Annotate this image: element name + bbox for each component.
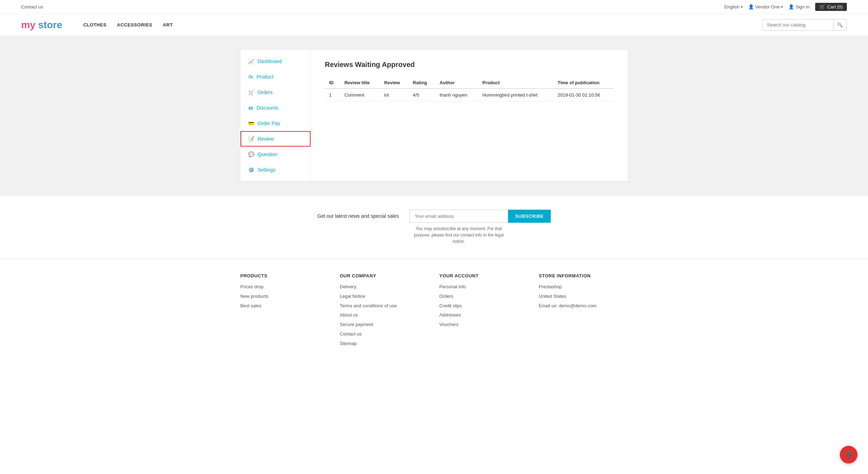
footer-company-heading: OUR COMPANY — [340, 273, 429, 278]
search-button[interactable]: 🔍 — [833, 19, 847, 30]
sign-in-link[interactable]: 👤 Sign in — [788, 4, 810, 10]
sidebar-label-question: Question — [258, 152, 277, 157]
footer-legal-notice[interactable]: Legal Notice — [340, 293, 429, 300]
footer-account-heading: YOUR ACCOUNT — [439, 273, 529, 278]
footer-store-name: Prestashop — [539, 283, 628, 291]
review-title: Reviews Waiting Approved — [325, 61, 614, 69]
table-row: 1 Comment lol 4/5 thanh nguyen Hummingbi… — [325, 88, 614, 101]
sign-in-label: Sign in — [795, 4, 810, 10]
footer-col-products: PRODUCTS Prices drop New products Best s… — [241, 273, 330, 350]
footer-col-account: YOUR ACCOUNT Personal info Orders Credit… — [439, 273, 529, 350]
col-id: ID — [325, 77, 341, 88]
footer-store-email: Email us: demo@demo.com — [539, 302, 628, 310]
question-icon: 💬 — [248, 152, 254, 157]
nav-art[interactable]: ART — [163, 22, 173, 27]
cart-button[interactable]: 🛒 Cart (0) — [815, 3, 847, 11]
footer-store-heading: STORE INFORMATION — [539, 273, 628, 278]
footer-personal-info[interactable]: Personal info — [439, 283, 529, 291]
sidebar-item-product[interactable]: 🛍 Product — [241, 69, 311, 85]
footer-prices-drop[interactable]: Prices drop — [241, 283, 330, 291]
sidebar-item-discounts[interactable]: 🎟 Discounts — [241, 100, 311, 116]
order-pay-icon: 💳 — [248, 121, 254, 126]
newsletter-form-row: SUBSCRIBE — [410, 210, 551, 223]
header-search: 🔍 — [762, 19, 847, 31]
sidebar-label-settings: Settings — [258, 167, 276, 173]
top-bar-right: English ▾ 👤 Vendor One ▾ 👤 Sign in 🛒 Car… — [724, 3, 847, 11]
footer: PRODUCTS Prices drop New products Best s… — [0, 259, 868, 364]
product-icon: 🛍 — [248, 74, 253, 80]
language-dropdown[interactable]: English ▾ — [724, 4, 743, 10]
top-bar: Contact us English ▾ 👤 Vendor One ▾ 👤 Si… — [0, 0, 868, 14]
logo-my: my — [21, 19, 35, 30]
sidebar-item-order-pay[interactable]: 💳 Order Pay — [241, 116, 311, 131]
footer-col-store: STORE INFORMATION Prestashop United Stat… — [539, 273, 628, 350]
language-label: English — [724, 4, 739, 10]
row-title: Comment — [340, 88, 380, 101]
footer-grid: PRODUCTS Prices drop New products Best s… — [241, 273, 628, 350]
footer-store-country: United States — [539, 293, 628, 300]
top-bar-left: Contact us — [21, 4, 43, 10]
orders-icon: 🛒 — [248, 90, 254, 95]
review-table: ID Review title Review Rating Author Pro… — [325, 77, 614, 101]
newsletter-inner: Get our latest news and special sales SU… — [311, 210, 557, 245]
footer-col-company: OUR COMPANY Delivery Legal Notice Terms … — [340, 273, 429, 350]
footer-best-sales[interactable]: Best sales — [241, 302, 330, 310]
sidebar-label-dashboard: Dashboard — [258, 59, 282, 64]
footer-terms[interactable]: Terms and conditions of use — [340, 302, 429, 310]
search-input[interactable] — [763, 19, 833, 30]
footer-delivery[interactable]: Delivery — [340, 283, 429, 291]
footer-secure-payment[interactable]: Secure payment — [340, 321, 429, 328]
header: my store CLOTHES ACCESSORIES ART 🔍 — [0, 14, 868, 36]
logo[interactable]: my store — [21, 19, 62, 31]
dashboard-icon: 📈 — [248, 59, 254, 64]
row-rating: 4/5 — [408, 88, 435, 101]
content-wrapper: 📈 Dashboard 🛍 Product 🛒 Orders 🎟 Discoun… — [241, 50, 628, 181]
col-product: Product — [478, 77, 554, 88]
language-chevron-icon: ▾ — [741, 5, 743, 9]
discounts-icon: 🎟 — [248, 105, 253, 111]
newsletter-label: Get our latest news and special sales — [317, 210, 399, 219]
contact-us-link[interactable]: Contact us — [21, 4, 43, 10]
vendor-dropdown[interactable]: 👤 Vendor One ▾ — [748, 4, 783, 10]
row-author: thanh nguyen — [435, 88, 478, 101]
review-table-header: ID Review title Review Rating Author Pro… — [325, 77, 614, 88]
main-content: 📈 Dashboard 🛍 Product 🛒 Orders 🎟 Discoun… — [0, 36, 868, 195]
sidebar-label-orders: Orders — [258, 90, 273, 95]
sidebar-label-order-pay: Order Pay — [258, 121, 280, 126]
footer-contact-us[interactable]: Contact us — [340, 331, 429, 338]
sidebar: 📈 Dashboard 🛍 Product 🛒 Orders 🎟 Discoun… — [241, 50, 311, 181]
review-icon: 📝 — [248, 136, 254, 142]
nav-clothes[interactable]: CLOTHES — [83, 22, 107, 27]
sidebar-item-orders[interactable]: 🛒 Orders — [241, 85, 311, 100]
col-rating: Rating — [408, 77, 435, 88]
nav-accessories[interactable]: ACCESSORIES — [117, 22, 152, 27]
newsletter-email-input[interactable] — [410, 210, 508, 223]
search-icon: 🔍 — [837, 22, 843, 27]
footer-about-us[interactable]: About us — [340, 312, 429, 319]
footer-credit-slips[interactable]: Credit slips — [439, 302, 529, 310]
review-section: Reviews Waiting Approved ID Review title… — [311, 50, 628, 181]
newsletter-note: You may unsubscribe at any moment. For t… — [410, 226, 508, 245]
subscribe-button[interactable]: SUBSCRIBE — [508, 210, 551, 223]
cart-icon: 🛒 — [819, 4, 825, 10]
newsletter-section: Get our latest news and special sales SU… — [0, 195, 868, 259]
footer-new-products[interactable]: New products — [241, 293, 330, 300]
sidebar-item-review[interactable]: 📝 Review — [241, 131, 311, 147]
main-nav: CLOTHES ACCESSORIES ART — [83, 22, 173, 27]
footer-addresses[interactable]: Addresses — [439, 312, 529, 319]
col-review: Review — [380, 77, 408, 88]
footer-vouchers[interactable]: Vouchers — [439, 321, 529, 328]
col-review-title: Review title — [340, 77, 380, 88]
sidebar-item-question[interactable]: 💬 Question — [241, 147, 311, 162]
footer-sitemap[interactable]: Sitemap — [340, 340, 429, 347]
sidebar-item-dashboard[interactable]: 📈 Dashboard — [241, 54, 311, 69]
col-author: Author — [435, 77, 478, 88]
review-table-body: 1 Comment lol 4/5 thanh nguyen Hummingbi… — [325, 88, 614, 101]
footer-orders[interactable]: Orders — [439, 293, 529, 300]
sign-in-icon: 👤 — [788, 4, 794, 10]
vendor-icon: 👤 — [748, 4, 754, 10]
sidebar-item-settings[interactable]: ⚙️ Settings — [241, 162, 311, 178]
sidebar-label-review: Review — [258, 136, 274, 142]
cart-label: Cart (0) — [827, 4, 843, 10]
vendor-label: Vendor One — [755, 4, 780, 10]
